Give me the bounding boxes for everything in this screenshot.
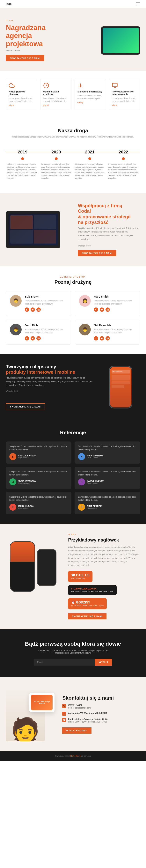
twitter-icon-3[interactable]: [100, 336, 104, 340]
about-phones: [6, 533, 60, 599]
timeline-title: Nasza droga: [6, 128, 140, 134]
about-phone-small: [37, 549, 56, 586]
team-desc-1: Przykładowy tekst. Kliknij, aby edytować…: [94, 299, 136, 306]
about-label: O nas: [68, 533, 140, 536]
footer-link[interactable]: Home Page: [70, 755, 80, 757]
team-name-0: Bob Brown: [25, 295, 67, 298]
reviewer-avatar-3: P: [78, 478, 85, 485]
twitter-icon-2[interactable]: [30, 336, 35, 340]
reviewer-role-0: Olga Iwanowa: [18, 457, 36, 459]
reviewer-avatar-0: S: [9, 453, 16, 460]
hero-image: [73, 26, 140, 55]
team-card-0: 👨 Bob Brown Przykładowy tekst. Kliknij, …: [6, 291, 71, 316]
phone-icon-sym: 📞: [63, 705, 66, 707]
stat-label-2: Pn-Pt: 09:00 – 18:00 | Sob: 11:00 – 15:0…: [71, 604, 103, 607]
facebook-icon-2[interactable]: [25, 336, 29, 340]
feature-link-2[interactable]: więcej: [77, 101, 103, 104]
facebook-icon-3[interactable]: [94, 336, 98, 340]
team-subtitle-label: Zdjęcie drużyny: [6, 276, 140, 278]
reviewer-avatar-5: N: [78, 504, 85, 510]
team-info-0: Bob Brown Przykładowy tekst. Kliknij, ab…: [25, 295, 67, 312]
timeline-item-1: 2020 Od samego momentu, gdy odkryłem pas…: [40, 150, 73, 180]
review-card-2: Sample text. Click to select the text bo…: [6, 467, 71, 489]
hero-section: O NAS Nagradzana agencja projektowa Więc…: [0, 8, 146, 71]
location-icon: 📍: [62, 712, 66, 716]
feature-title-0: Rozwiązanie w chmurze: [9, 90, 34, 96]
timeline-dot-0: [21, 157, 24, 160]
products-desc: Przykładowy tekst. Kliknij, aby edytować…: [6, 376, 93, 387]
products-cta-button[interactable]: SKONTAKTUJ SIĘ Z NAMI: [6, 403, 45, 410]
timeline-text-2: Od samego momentu, gdy odkryłem pasję do…: [73, 163, 107, 180]
reviewer-2: O OLGA IWANOWA Olga Iwanowa: [9, 478, 68, 485]
linkedin-icon-1[interactable]: [105, 307, 110, 312]
reviewer-role-5: Nina Pearce: [87, 507, 102, 509]
stat-label-0: +48 123-456-789: [71, 578, 89, 580]
timeline-year-2: 2021: [73, 150, 107, 155]
newsletter-title: Bądź pierwszą osobą która się dowie: [6, 641, 140, 647]
linkedin-icon-2[interactable]: [36, 336, 41, 340]
partnership-desc: Przykładowy tekst. Kliknij, aby edytować…: [78, 226, 140, 241]
clock-icon: 🕐: [62, 718, 66, 722]
team-grid: 👨 Bob Brown Przykładowy tekst. Kliknij, …: [6, 291, 140, 345]
newsletter-form: WYŚLIJ: [34, 659, 112, 665]
feature-link-1[interactable]: więcej: [43, 104, 69, 106]
social-icons-0: [25, 307, 67, 312]
review-text-2: Sample text. Click to select the text bo…: [9, 470, 68, 476]
feature-link-0[interactable]: więcej: [9, 104, 34, 106]
contact-item-text-2: Piątek: 10:00 – 21:00 | Sobota: 12:00 – …: [68, 720, 107, 723]
stat-card-2: ⏰ GODZINY Pn-Pt: 09:00 – 18:00 | Sob: 11…: [68, 598, 107, 610]
review-text-3: Sample text. Click to select the text bo…: [78, 470, 137, 476]
linkedin-icon-3[interactable]: [105, 336, 110, 340]
logo: logo: [6, 2, 12, 5]
contact-item-2: 🕐 Poniedziałek – Czwartek: 10:00 – 22:00…: [62, 718, 140, 723]
timeline: 2019 Od samego momentu, gdy odkryłem pas…: [6, 146, 140, 183]
reviewer-role-2: Olga Iwanowa: [18, 482, 35, 484]
twitter-icon-1[interactable]: [100, 307, 104, 312]
partnership-link[interactable]: Więcej o firmie: [78, 245, 140, 247]
feature-desc-1: Lorem ipsum dolor sit amet, consectetur …: [43, 97, 69, 103]
avatar-2: 👨: [10, 324, 22, 335]
team-card-1: 👩 Mary Smith Przykładowy tekst. Kliknij,…: [75, 291, 140, 316]
speed-icon: [43, 83, 49, 88]
about-phone-big: [10, 541, 35, 592]
contact-cta-button[interactable]: WYŚLIJ PROJEKT: [62, 727, 92, 734]
timeline-subtitle: Nasz zespół jest zaangażowany w wywarani…: [6, 135, 140, 138]
team-card-3: 👨 Nat Reynolds Przykładowy tekst. Klikni…: [75, 320, 140, 345]
timeline-dot-2: [89, 157, 91, 160]
partnership-cta-button[interactable]: SKONTAKTUJ SIĘ Z NAMI: [78, 250, 116, 256]
reviewer-name-0: STELLA LARSON: [18, 455, 36, 457]
timeline-dot-1: [55, 157, 57, 160]
about-cta-button[interactable]: SKONTAKTUJ SIĘ Z NAMI: [68, 613, 106, 619]
review-card-1: Sample text. Click to select the text bo…: [75, 441, 140, 464]
feature-card-3: Projektowanie stron internetowych Lorem …: [109, 79, 140, 110]
team-title: Poznaj drużynę: [6, 279, 140, 285]
feature-link-3[interactable]: więcej: [112, 104, 138, 106]
review-card-4: Sample text. Click to select the text bo…: [6, 492, 71, 514]
team-name-3: Nat Reynolds: [94, 324, 136, 327]
reviewer-0: S STELLA LARSON Olga Iwanowa: [9, 453, 68, 460]
feature-desc-2: Lorem ipsum dolor sit amet, consectetur …: [77, 94, 103, 100]
hero-subtitle: Więcej o firmie: [6, 49, 73, 52]
facebook-icon-1[interactable]: [94, 307, 98, 312]
reviewer-avatar-1: N: [78, 453, 85, 460]
hero-cta-button[interactable]: SKONTAKTUJ SIĘ Z NAMI: [6, 55, 44, 61]
about-stats: ☎ CALL US +48 123-456-789 8+ ZIPAM LOKAL…: [68, 571, 140, 610]
products-link[interactable]: Więcej o firmie: [6, 390, 93, 392]
team-desc-2: Przykładowy tekst. Kliknij, aby edytować…: [25, 328, 67, 334]
reviewer-3: P PAWEL HUDSON Pavel Hudson: [78, 478, 137, 485]
linkedin-icon-0[interactable]: [36, 307, 41, 312]
products-phone: Tap to Make it Easy: [101, 366, 140, 408]
stat-label-1: Kliknij lub podwójnie aby edytować tekst…: [71, 590, 114, 593]
timeline-text-3: Od samego momentu, gdy odkryłem pasję do…: [107, 163, 140, 180]
hamburger-menu[interactable]: [136, 2, 140, 5]
hero-mockup: [101, 26, 140, 55]
about-section: O nas Przykładowy nagłówek Artykuł przed…: [0, 524, 146, 629]
twitter-icon-0[interactable]: [30, 307, 35, 312]
newsletter-submit-button[interactable]: WYŚLIJ: [95, 659, 112, 665]
facebook-icon-0[interactable]: [25, 307, 29, 312]
phone-content: Tap to Make it Easy: [112, 370, 130, 388]
contact-item-title-1: Alexandria, VA Washington D.C. 22301: [68, 712, 107, 714]
newsletter-email-input[interactable]: [34, 659, 95, 665]
phone-screen: Tap to Make it Easy: [110, 367, 131, 407]
stat-number-1: 8+ ZIPAM LOKALIZACJA: [71, 588, 114, 590]
